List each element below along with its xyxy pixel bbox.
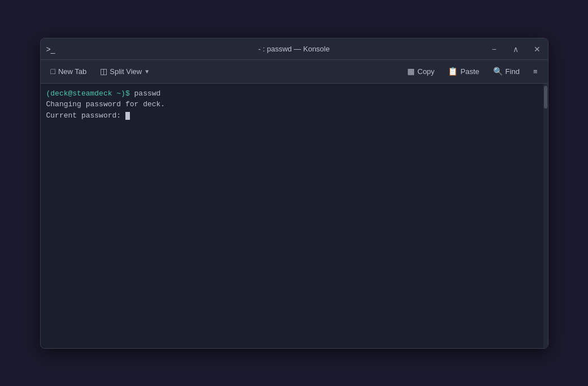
split-view-icon: ◫ (100, 67, 107, 76)
menu-icon: ≡ (533, 67, 538, 76)
find-label: Find (506, 67, 520, 76)
terminal-line-1: (deck@steamdeck ~)$ passwd (46, 88, 538, 99)
terminal-cursor (125, 112, 130, 120)
new-tab-icon: □ (51, 67, 55, 76)
terminal-area[interactable]: (deck@steamdeck ~)$ passwd Changing pass… (41, 84, 548, 348)
copy-label: Copy (417, 67, 434, 76)
split-view-button[interactable]: ◫ Split View ▼ (94, 64, 155, 79)
find-button[interactable]: 🔍 Find (487, 64, 525, 79)
title-bar: >_ - : passwd — Konsole − ∧ ✕ (41, 38, 548, 60)
terminal-password-prompt: Current password: (46, 111, 125, 120)
scrollbar-thumb[interactable] (544, 86, 547, 109)
terminal-icon: >_ (46, 45, 55, 54)
scrollbar[interactable] (543, 84, 548, 348)
chevron-down-icon: ▼ (144, 68, 150, 75)
window-title: - : passwd — Konsole (258, 45, 329, 53)
split-view-label: Split View (110, 67, 142, 76)
window-controls: − ∧ ✕ (484, 38, 548, 60)
minimize-button[interactable]: − (484, 38, 505, 60)
find-icon: 🔍 (493, 67, 503, 76)
terminal-command: passwd (130, 89, 161, 98)
close-button[interactable]: ✕ (526, 38, 548, 60)
copy-button[interactable]: ▦ Copy (402, 64, 440, 79)
copy-icon: ▦ (407, 67, 415, 76)
paste-label: Paste (460, 67, 479, 76)
konsole-window: >_ - : passwd — Konsole − ∧ ✕ □ New Tab … (40, 38, 548, 349)
terminal-line-3: Current password: (46, 110, 538, 122)
paste-icon: 📋 (448, 67, 458, 76)
new-tab-label: New Tab (58, 67, 86, 76)
terminal-output-1: Changing password for deck. (46, 100, 165, 109)
terminal-prompt: (deck@steamdeck ~)$ (46, 89, 130, 98)
toolbar-right: ▦ Copy 📋 Paste 🔍 Find ≡ (402, 64, 543, 79)
menu-button[interactable]: ≡ (528, 64, 543, 79)
maximize-button[interactable]: ∧ (505, 38, 526, 60)
terminal-content[interactable]: (deck@steamdeck ~)$ passwd Changing pass… (41, 84, 543, 348)
terminal-line-2: Changing password for deck. (46, 99, 538, 110)
terminal-icon-area: >_ (46, 38, 55, 60)
paste-button[interactable]: 📋 Paste (442, 64, 485, 79)
toolbar: □ New Tab ◫ Split View ▼ ▦ Copy 📋 Paste … (41, 60, 548, 84)
new-tab-button[interactable]: □ New Tab (45, 64, 93, 79)
